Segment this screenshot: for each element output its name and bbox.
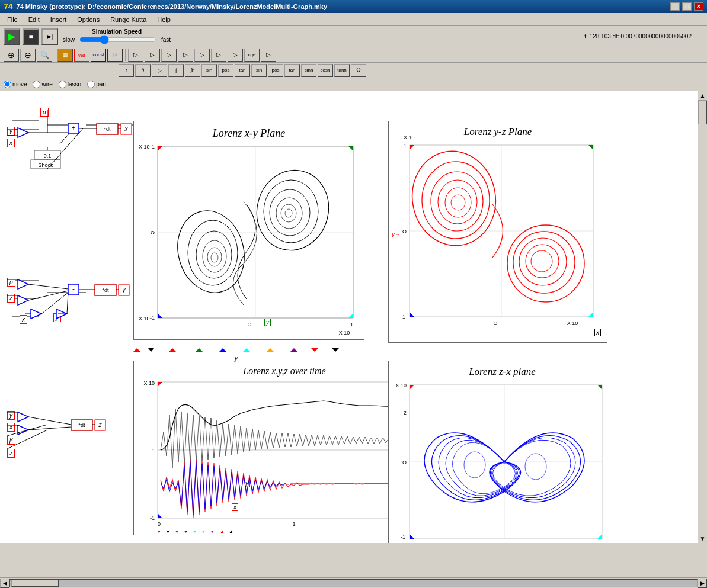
z-var-circuit: z [7,294,15,303]
const-button[interactable]: const [91,49,106,62]
svg-marker-165 [219,348,226,352]
var-button[interactable]: var [74,49,89,62]
svg-rect-150 [71,420,92,430]
pos-button[interactable]: pos [218,64,233,77]
svg-text:*dt: *dt [102,287,109,293]
svg-text:●: ● [202,529,205,534]
svg-marker-161 [133,348,140,352]
window-title: 74 Minsky (prototype): D:/economic/Confe… [17,3,327,10]
sin-button[interactable]: sin [201,64,217,77]
integral-button[interactable]: ∫ [168,64,184,77]
play-button[interactable]: ▶ [4,28,20,45]
mode-wire[interactable]: wire [33,81,52,88]
speed-control: Simulation Speed slow fast [63,28,171,44]
menu-options[interactable]: Options [72,15,104,24]
cosh-button[interactable]: cosh [318,64,333,77]
tan2-button[interactable]: tan [284,64,300,77]
speed-slider[interactable] [79,35,156,44]
pos2-button[interactable]: pos [268,64,283,77]
yz-plot-svg: 1 O -1 O X 10 X 10 [389,121,608,343]
btn-tri1[interactable]: ▷ [128,49,143,62]
close-button[interactable]: ✕ [694,2,703,11]
menu-help[interactable]: Help [152,15,175,24]
zoom-out-button[interactable]: ⊖ [20,49,36,62]
math-tri1[interactable]: ▷ [152,64,167,77]
btn-cge[interactable]: cge [244,49,260,62]
mode-move[interactable]: move [4,81,27,88]
mode-lasso[interactable]: lasso [59,81,81,88]
svg-text:0: 0 [158,521,161,527]
x-var-bot: x [7,423,15,432]
canvas-area[interactable]: Lorenz x-y Plane X 10 X 10 1 O -1 O 1 X … [0,91,707,543]
svg-marker-129 [18,295,28,305]
svg-text:-1: -1 [150,315,155,321]
menu-insert[interactable]: Insert [46,15,72,24]
t-button[interactable]: t [119,64,134,77]
svg-rect-109 [68,123,79,134]
sin2-button[interactable]: sin [251,64,267,77]
zoom-fit-button[interactable]: 🔍 [37,49,52,62]
svg-text:●: ● [184,529,187,534]
btn-tri5[interactable]: ▷ [194,49,210,62]
hscroll-thumb[interactable] [11,580,59,587]
math-toolbar: t ∂ ▷ ∫ ∫n sin pos tan sin pos tan sinh … [0,63,707,78]
scroll-up-button[interactable]: ▲ [698,91,707,101]
svg-marker-163 [169,348,176,352]
svg-marker-148 [18,412,28,422]
svg-text:X 10: X 10 [143,380,155,386]
svg-text:X 10: X 10 [395,383,407,388]
title-bar: 74 74 Minsky (prototype): D:/economic/Co… [0,0,707,13]
btn-tri8[interactable]: ▷ [261,49,276,62]
partial-button[interactable]: ∂ [135,64,151,77]
maximize-button[interactable]: □ [682,2,692,11]
svg-marker-128 [18,279,28,289]
svg-text:1: 1 [292,521,295,527]
btn-tri4[interactable]: ▷ [178,49,193,62]
menu-runge-kutta[interactable]: Runge Kutta [105,15,151,24]
sigma-var: σ [40,108,49,117]
plot-xy: Lorenz x-y Plane X 10 X 10 1 O -1 O 1 X … [133,121,364,340]
horizontal-scrollbar[interactable] [9,579,698,587]
scrollbar-right[interactable]: ▲ ▼ [698,91,707,543]
svg-marker-167 [267,348,274,352]
tan-button[interactable]: tan [235,64,250,77]
omega-button[interactable]: Ω [351,64,366,77]
beta-var: β [7,436,15,445]
scroll-thumb[interactable] [698,101,707,124]
menu-edit[interactable]: Edit [24,15,44,24]
zoom-in-button[interactable]: ⊕ [4,49,19,62]
btn-tri7[interactable]: ▷ [228,49,243,62]
xy-plot-svg: 1 O -1 O 1 X 10 [134,121,365,340]
svg-text:●: ● [193,529,196,534]
svg-rect-123 [34,150,60,159]
svg-text:1: 1 [404,143,407,149]
svg-marker-149 [18,425,28,435]
plot-yz: Lorenz y-z Plane 1 O -1 O X 10 X 10 [388,121,607,343]
scroll-down-button[interactable]: ▼ [698,534,707,543]
xy-bottom-markers [127,340,364,358]
speed-slow-label: slow [63,37,75,43]
dt-button[interactable]: |dt [107,49,123,62]
btn-tri2[interactable]: ▷ [145,49,160,62]
integral-n-button[interactable]: ∫n [185,64,200,77]
btn-tri3[interactable]: ▷ [161,49,177,62]
stop-button[interactable]: ■ [23,28,39,45]
svg-rect-111 [97,124,118,134]
minimize-button[interactable]: — [670,2,680,11]
hscroll-right-button[interactable]: ▶ [698,579,707,588]
svg-text:O: O [151,230,155,236]
window-controls[interactable]: — □ ✕ [670,2,703,11]
svg-marker-168 [290,348,297,352]
hscroll-left-button[interactable]: ◀ [0,579,9,588]
sinh-button[interactable]: sinh [301,64,316,77]
btn-tri6[interactable]: ▷ [211,49,226,62]
mode-pan[interactable]: pan [87,81,106,88]
svg-text:-1: -1 [401,314,405,320]
svg-marker-162 [148,348,154,352]
menu-file[interactable]: File [2,15,23,24]
tanh-button[interactable]: tanh [334,64,350,77]
step-button[interactable]: ▶| [41,28,58,45]
histogram-button[interactable]: ▦ [57,49,73,62]
mode-bar: move wire lasso pan [0,78,707,91]
svg-text:y: y [122,287,126,293]
